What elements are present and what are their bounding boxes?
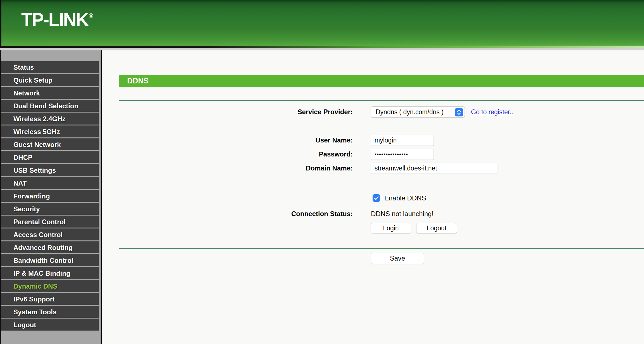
service-provider-row: Service Provider: Dyndns ( dyn.com/dns )… bbox=[102, 106, 644, 118]
sidebar: Status Quick Setup Network Dual Band Sel… bbox=[0, 50, 101, 344]
main-content: DDNS Service Provider: Dyndns ( dyn.com/… bbox=[102, 50, 644, 344]
sidebar-item-nat[interactable]: NAT bbox=[1, 177, 99, 189]
sidebar-item-bandwidth-control[interactable]: Bandwidth Control bbox=[1, 254, 99, 266]
sidebar-item-quick-setup[interactable]: Quick Setup bbox=[1, 74, 99, 86]
sidebar-item-system-tools[interactable]: System Tools bbox=[1, 306, 99, 318]
enable-ddns-checkbox[interactable] bbox=[373, 194, 380, 202]
domain-name-label: Domain Name: bbox=[157, 163, 353, 174]
sidebar-item-status[interactable]: Status bbox=[1, 61, 99, 73]
checkmark-icon bbox=[374, 196, 379, 200]
domain-name-input[interactable] bbox=[371, 163, 497, 174]
login-button[interactable]: Login bbox=[371, 223, 411, 233]
sidebar-item-ip-mac-binding[interactable]: IP & MAC Binding bbox=[1, 267, 99, 279]
banner-accent-strip bbox=[0, 46, 644, 48]
sidebar-item-forwarding[interactable]: Forwarding bbox=[1, 190, 99, 202]
tp-link-logo: TP-LINK® bbox=[21, 9, 93, 30]
user-name-input[interactable] bbox=[371, 135, 434, 146]
user-name-label: User Name: bbox=[157, 135, 353, 146]
password-row: Password: bbox=[102, 149, 644, 160]
domain-name-row: Domain Name: bbox=[102, 163, 644, 174]
connection-status-value: DDNS not launching! bbox=[371, 210, 434, 217]
section-divider-top bbox=[119, 100, 644, 101]
header-separator-strip bbox=[0, 48, 644, 50]
registered-trademark: ® bbox=[89, 12, 93, 19]
enable-ddns-row: Enable DDNS bbox=[102, 194, 644, 202]
sidebar-item-usb-settings[interactable]: USB Settings bbox=[1, 164, 99, 176]
service-provider-label: Service Provider: bbox=[157, 106, 353, 118]
sidebar-item-dynamic-dns[interactable]: Dynamic DNS bbox=[1, 280, 99, 292]
service-provider-select[interactable]: Dyndns ( dyn.com/dns ) bbox=[371, 106, 465, 118]
logout-button[interactable]: Logout bbox=[416, 223, 457, 233]
banner-left-edge bbox=[0, 0, 1, 46]
select-stepper-icon bbox=[455, 108, 463, 116]
password-input[interactable] bbox=[371, 149, 434, 160]
sidebar-item-wireless-2-4ghz[interactable]: Wireless 2.4GHz bbox=[1, 113, 99, 125]
connection-status-row: Connection Status: DDNS not launching! bbox=[102, 210, 644, 217]
sidebar-item-dual-band-selection[interactable]: Dual Band Selection bbox=[1, 100, 99, 112]
sidebar-item-parental-control[interactable]: Parental Control bbox=[1, 216, 99, 228]
header-banner: TP-LINK® bbox=[0, 0, 644, 46]
enable-ddns-label: Enable DDNS bbox=[384, 194, 426, 202]
section-divider-bottom bbox=[119, 248, 644, 249]
sidebar-item-network[interactable]: Network bbox=[1, 87, 99, 99]
page-title: DDNS bbox=[119, 75, 644, 87]
sidebar-item-guest-network[interactable]: Guest Network bbox=[1, 138, 99, 150]
sidebar-item-dhcp[interactable]: DHCP bbox=[1, 151, 99, 163]
service-provider-selected-value: Dyndns ( dyn.com/dns ) bbox=[376, 107, 444, 117]
sidebar-item-security[interactable]: Security bbox=[1, 203, 99, 215]
go-to-register-link[interactable]: Go to register... bbox=[471, 106, 515, 118]
user-name-row: User Name: bbox=[102, 135, 644, 146]
sidebar-item-logout[interactable]: Logout bbox=[1, 319, 99, 331]
ddns-actions-row: Login Logout bbox=[102, 223, 644, 233]
connection-status-label: Connection Status: bbox=[157, 210, 353, 217]
router-admin-page: TP-LINK® Status Quick Setup Network Dual… bbox=[0, 0, 644, 344]
password-label: Password: bbox=[157, 149, 353, 160]
sidebar-item-advanced-routing[interactable]: Advanced Routing bbox=[1, 241, 99, 253]
sidebar-menu: Status Quick Setup Network Dual Band Sel… bbox=[1, 61, 99, 331]
save-button[interactable]: Save bbox=[371, 253, 424, 264]
sidebar-item-access-control[interactable]: Access Control bbox=[1, 228, 99, 240]
chevron-up-down-icon bbox=[457, 109, 461, 115]
brand-name: TP-LINK bbox=[21, 9, 88, 30]
sidebar-item-wireless-5ghz[interactable]: Wireless 5GHz bbox=[1, 125, 99, 137]
sidebar-item-ipv6-support[interactable]: IPv6 Support bbox=[1, 293, 99, 305]
